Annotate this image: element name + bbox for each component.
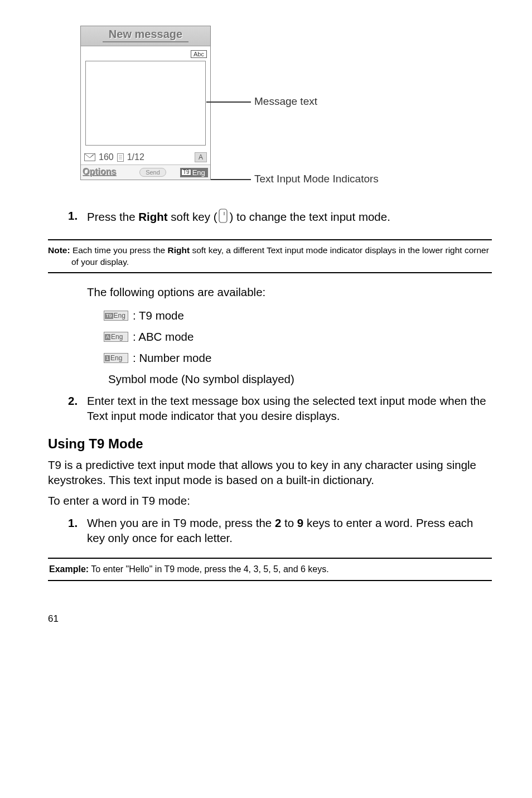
- mode-desc: : T9 mode: [133, 309, 184, 322]
- softkey-center[interactable]: Send: [139, 168, 166, 177]
- icon-text: Eng: [114, 312, 125, 320]
- bold-text: Right: [138, 210, 167, 223]
- t9-step-1: 1. When you are in T9 mode, press the 2 …: [68, 516, 492, 545]
- mode-number: 1Eng : Number mode: [104, 351, 492, 365]
- bold-text: Right: [168, 245, 190, 255]
- bold-text: 9: [297, 516, 303, 529]
- softkey-left[interactable]: Options: [83, 167, 125, 177]
- mode-list: T9Eng : T9 mode AEng : ABC mode 1Eng : N…: [104, 309, 492, 386]
- step-number: 1.: [68, 516, 87, 545]
- softkey-right-label: Eng: [192, 168, 205, 177]
- phone-screen-mock: New message Abc 160 1/12 A Options S: [80, 26, 211, 180]
- step-number: 1.: [68, 209, 87, 227]
- window-title-bar: New message: [81, 26, 210, 46]
- section-heading: Using T9 Mode: [48, 436, 492, 452]
- step-body: When you are in T9 mode, press the 2 to …: [87, 516, 492, 545]
- envelope-icon: [84, 153, 95, 161]
- icon-square: A: [105, 334, 110, 340]
- abc-mode-icon: AEng: [104, 332, 128, 342]
- number-mode-icon: 1Eng: [104, 353, 128, 363]
- input-mode-badge: Abc: [191, 50, 207, 58]
- mode-desc: Symbol mode (No symbol displayed): [108, 373, 294, 386]
- page-icon: [117, 153, 124, 162]
- text: Each time you press the: [70, 245, 168, 255]
- body-paragraph: To enter a word in T9 mode:: [48, 493, 492, 508]
- text: soft key (: [168, 210, 217, 223]
- separator: [48, 272, 492, 273]
- step-body: Enter text in the text message box using…: [87, 394, 492, 423]
- callout-line: [206, 101, 251, 103]
- separator: [48, 239, 492, 240]
- bold-text: 2: [275, 516, 281, 529]
- status-row: 160 1/12 A: [81, 150, 210, 165]
- example-label: Example:: [49, 564, 89, 574]
- mode-abc: AEng : ABC mode: [104, 330, 492, 344]
- mode-desc: : Number mode: [133, 351, 211, 365]
- mode-symbol: Symbol mode (No symbol displayed): [104, 373, 492, 386]
- t9-icon: T9: [181, 169, 191, 176]
- text: ) to change the text input mode.: [230, 210, 390, 223]
- example-text: To enter "Hello" in T9 mode, press the 4…: [89, 564, 329, 574]
- right-softkey-icon: [219, 209, 229, 227]
- callout-message-text: Message text: [254, 95, 317, 108]
- softkey-bar: Options Send T9 Eng: [81, 165, 210, 180]
- softkey-right[interactable]: T9 Eng: [180, 168, 208, 177]
- message-text-box[interactable]: [85, 61, 206, 146]
- text: to: [281, 516, 297, 529]
- window-title: New message: [81, 28, 210, 41]
- t9-mode-icon: T9Eng: [104, 311, 128, 321]
- callout-line: [211, 179, 251, 180]
- example-box: Example: To enter "Hello" in T9 mode, pr…: [48, 558, 492, 581]
- mode-desc: : ABC mode: [133, 330, 194, 344]
- page-number: 61: [48, 613, 492, 625]
- callouts: Message text Text Input Mode Indicators: [211, 26, 492, 193]
- step-number: 2.: [68, 394, 87, 423]
- options-intro: The following options are available:: [87, 286, 492, 299]
- char-count: 160: [99, 152, 114, 162]
- page-indicator: 1/12: [127, 152, 144, 162]
- icon-square: T9: [105, 313, 113, 319]
- icon-text: Eng: [111, 333, 123, 341]
- icon-text: Eng: [110, 354, 122, 362]
- body-paragraph: T9 is a predictive text input mode that …: [48, 457, 492, 487]
- step-body: Press the Right soft key () to change th…: [87, 209, 492, 227]
- mode-t9: T9Eng : T9 mode: [104, 309, 492, 322]
- svg-rect-5: [219, 209, 227, 223]
- note: Note: Each time you press the Right soft…: [48, 245, 492, 273]
- callout-indicators: Text Input Mode Indicators: [254, 173, 379, 185]
- text: Press the: [87, 210, 138, 223]
- icon-square: 1: [105, 355, 110, 361]
- step-2: 2. Enter text in the text message box us…: [68, 394, 492, 423]
- title-underline: [103, 41, 188, 42]
- text-case-badge: A: [195, 152, 207, 162]
- note-label: Note:: [48, 245, 70, 255]
- text: When you are in T9 mode, press the: [87, 516, 275, 529]
- step-1: 1. Press the Right soft key () to change…: [68, 209, 492, 227]
